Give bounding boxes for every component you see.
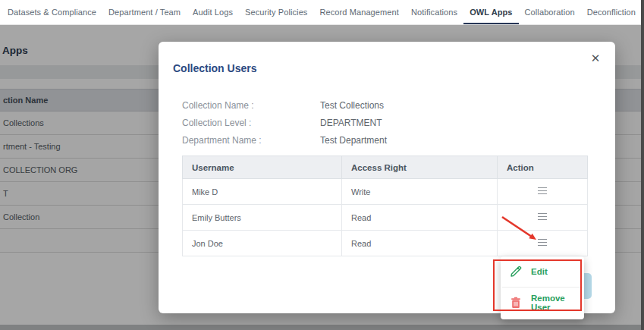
detail-label: Collection Level : [182,118,320,128]
detail-label: Collection Name : [182,100,320,111]
detail-department-name: Department Name : Test Department [182,131,387,149]
nav-tab-notifications[interactable]: Notifications [405,0,463,24]
table-row: Emily Butters Read [183,205,588,231]
pencil-icon [510,266,522,278]
collection-users-table: Username Access Right Action Mike D Writ… [182,156,588,256]
trash-icon [510,297,522,309]
nav-tab-department-team[interactable]: Department / Team [102,0,187,24]
nav-tab-deconfliction[interactable]: Deconfliction [581,0,642,24]
collection-details: Collection Name : Test Collections Colle… [182,96,387,149]
menu-item-edit[interactable]: Edit [501,256,584,287]
nav-tab-security-policies[interactable]: Security Policies [239,0,313,24]
column-header-username: Username [183,156,342,179]
table-header-row: Username Access Right Action [183,156,588,179]
table-row: Jon Doe Read [183,231,588,256]
table-row: Mike D Write [183,179,588,205]
username-cell: Mike D [183,179,342,205]
username-cell: Jon Doe [183,231,342,256]
username-cell: Emily Butters [183,205,342,231]
nav-tab-record-management[interactable]: Record Management [313,0,404,24]
action-cell [498,231,588,256]
top-navbar: Datasets & Compliance Department / Team … [0,0,641,25]
detail-collection-name: Collection Name : Test Collections [182,96,387,114]
menu-item-remove-user[interactable]: Remove User [501,288,584,318]
action-cell [498,179,588,205]
modal-title: Collection Users [173,62,256,74]
action-cell [498,205,588,231]
row-actions-menu-icon[interactable] [536,209,549,225]
column-header-action: Action [498,156,588,179]
nav-tab-audit-logs[interactable]: Audit Logs [187,0,239,24]
detail-value: Test Department [320,135,387,146]
nav-tab-collaboration[interactable]: Collaboration [519,0,581,24]
nav-tab-owl-apps[interactable]: OWL Apps [463,0,518,24]
row-actions-menu-icon[interactable] [536,183,549,199]
window-edge-strip [641,0,644,330]
detail-value: DEPARTMENT [320,118,382,128]
access-right-cell: Write [342,179,498,205]
row-actions-menu-icon[interactable] [536,234,549,250]
menu-item-label: Edit [531,267,548,276]
close-icon[interactable]: ✕ [588,51,603,66]
detail-value: Test Collections [320,100,384,111]
column-header-access-right: Access Right [342,156,498,179]
access-right-cell: Read [342,231,498,256]
screen: Datasets & Compliance Department / Team … [0,0,644,330]
detail-collection-level: Collection Level : DEPARTMENT [182,114,387,131]
nav-tab-datasets-compliance[interactable]: Datasets & Compliance [2,0,102,24]
detail-label: Department Name : [182,135,320,146]
menu-item-label: Remove User [531,294,584,312]
access-right-cell: Read [342,205,498,231]
row-action-menu: Edit Remove User [501,256,584,319]
